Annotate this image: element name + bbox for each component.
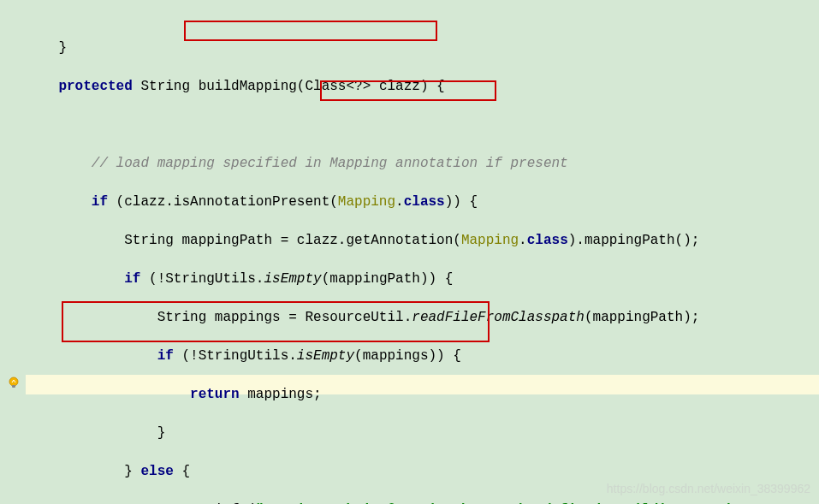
code-line: } [26, 424, 819, 443]
code-line: if (clazz.isAnnotationPresent(Mapping.cl… [26, 193, 819, 212]
code-line: LOGGER.info("mappingPath in @Mapping has… [26, 501, 819, 504]
code-editor[interactable]: } protected String buildMapping(Class<?>… [26, 0, 819, 504]
intention-bulb-icon[interactable] [7, 377, 21, 390]
code-line: } [26, 39, 819, 58]
editor-gutter [0, 0, 26, 504]
svg-point-0 [9, 377, 18, 386]
code-line: protected String buildMapping(Class<?> c… [26, 77, 819, 97]
code-line: if (!StringUtils.isEmpty(mappingPath)) { [26, 270, 819, 289]
code-line: return mappings; [26, 385, 819, 405]
svg-rect-1 [12, 385, 15, 388]
code-line: if (!StringUtils.isEmpty(mappings)) { [26, 347, 819, 366]
code-line: // load mapping specified in Mapping ann… [26, 154, 819, 174]
code-line: String mappingPath = clazz.getAnnotation… [26, 231, 819, 251]
code-line: } else { [26, 462, 819, 482]
watermark-text: https://blog.csdn.net/weixin_38399962 [607, 482, 810, 495]
code-line [26, 116, 819, 135]
code-line: String mappings = ResourceUtil.readFileF… [26, 308, 819, 328]
